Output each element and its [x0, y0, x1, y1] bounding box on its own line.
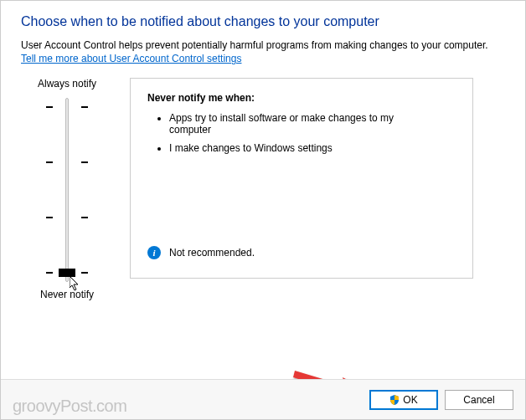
page-title: Choose when to be notified about changes…	[21, 14, 505, 29]
info-icon: i	[147, 246, 161, 259]
cancel-button[interactable]: Cancel	[445, 390, 513, 410]
panel-bullet: Apps try to install software or make cha…	[169, 112, 456, 136]
info-panel: Never notify me when: Apps try to instal…	[130, 78, 473, 279]
recommendation-text: Not recommended.	[169, 247, 255, 259]
slider-track[interactable]	[65, 98, 69, 282]
slider-tick	[46, 217, 88, 218]
ok-button[interactable]: OK	[369, 390, 438, 410]
notification-slider[interactable]: Always notify Never notify	[21, 78, 113, 300]
slider-thumb[interactable]	[59, 269, 75, 277]
slider-tick	[46, 106, 88, 108]
shield-icon	[389, 395, 400, 405]
cancel-button-label: Cancel	[463, 394, 494, 406]
panel-bullet: I make changes to Windows settings	[169, 142, 456, 154]
slider-label-top: Always notify	[38, 78, 96, 90]
slider-tick	[46, 161, 88, 163]
uac-description: User Account Control helps prevent poten…	[21, 39, 505, 51]
slider-label-bottom: Never notify	[40, 289, 94, 300]
dialog-button-bar: OK Cancel	[1, 379, 525, 419]
ok-button-label: OK	[403, 394, 417, 406]
panel-heading: Never notify me when:	[147, 92, 456, 104]
learn-more-link[interactable]: Tell me more about User Account Control …	[21, 53, 241, 64]
